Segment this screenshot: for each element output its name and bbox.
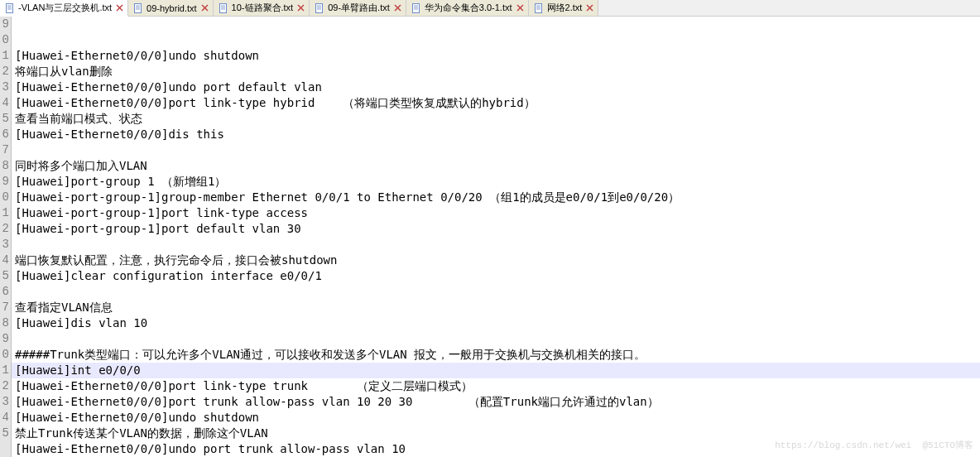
line-number: 2 — [0, 378, 9, 394]
code-line[interactable]: [Huawei-port-group-1]group-member Ethern… — [15, 190, 980, 205]
code-line[interactable]: [Huawei-Ethernet0/0/0]undo shutdown — [15, 410, 980, 426]
document-icon — [5, 3, 15, 13]
code-line[interactable] — [15, 142, 980, 158]
code-line[interactable]: 查看当前端口模式、状态 — [15, 111, 980, 127]
document-icon — [219, 3, 228, 13]
code-line[interactable]: [Huawei-Ethernet0/0/0]port link-type hyb… — [15, 95, 980, 111]
svg-rect-18 — [316, 3, 323, 12]
code-line[interactable]: [Huawei-Ethernet0/0/0]undo port trunk al… — [15, 441, 980, 457]
line-number: 4 — [0, 253, 9, 268]
line-number: 6 — [0, 127, 9, 142]
line-number: 7 — [0, 300, 9, 315]
line-number: 5 — [0, 111, 9, 127]
line-number: 4 — [0, 410, 9, 426]
svg-rect-0 — [7, 3, 13, 12]
close-icon[interactable] — [115, 3, 124, 12]
editor-area: 901234567890123456789012345 [Huawei-Ethe… — [0, 17, 980, 457]
code-line[interactable]: [Huawei-port-group-1]port link-type acce… — [15, 205, 980, 221]
code-line[interactable]: [Huawei]int e0/0/0 — [12, 363, 980, 378]
code-line[interactable]: [Huawei-Ethernet0/0/0]undo shutdown — [15, 48, 980, 64]
code-line[interactable]: [Huawei]port-group 1 （新增组1） — [15, 174, 980, 190]
code-line[interactable]: 查看指定VLAN信息 — [15, 300, 980, 315]
code-line[interactable]: 同时将多个端口加入VLAN — [15, 158, 980, 174]
code-line[interactable]: [Huawei-Ethernet0/0/0]port trunk allow-p… — [15, 394, 980, 410]
line-number: 2 — [0, 64, 9, 79]
file-tab[interactable]: -VLAN与三层交换机.txt — [0, 0, 128, 17]
document-icon — [315, 3, 324, 13]
code-line[interactable]: [Huawei-Ethernet0/0/0]port link-type tru… — [15, 378, 980, 394]
file-tab[interactable]: 网络2.txt — [529, 0, 599, 16]
svg-rect-30 — [535, 3, 541, 12]
close-icon[interactable] — [200, 3, 209, 12]
line-number: 8 — [0, 158, 9, 174]
line-number: 1 — [0, 363, 9, 378]
svg-rect-24 — [412, 3, 419, 12]
code-line[interactable]: [Huawei-Ethernet0/0/0]dis this — [15, 127, 980, 142]
line-number: 0 — [0, 32, 9, 48]
code-line[interactable] — [15, 284, 980, 300]
code-line[interactable]: #####Trunk类型端口：可以允许多个VLAN通过，可以接收和发送多个VLA… — [15, 347, 980, 363]
code-line[interactable]: 端口恢复默认配置，注意，执行完命令后，接口会被shutdown — [15, 253, 980, 268]
close-icon[interactable] — [296, 3, 305, 12]
tab-label: 09-单臂路由.txt — [328, 2, 390, 14]
document-icon — [534, 3, 544, 13]
code-line[interactable]: [Huawei-port-group-1]port default vlan 3… — [15, 221, 980, 237]
line-number: 3 — [0, 79, 9, 95]
file-tab[interactable]: 09-hybrid.txt — [128, 0, 214, 16]
line-number: 0 — [0, 190, 9, 205]
line-number: 0 — [0, 347, 9, 363]
line-number: 9 — [0, 331, 9, 347]
line-number: 6 — [0, 284, 9, 300]
line-number: 3 — [0, 237, 9, 253]
svg-rect-6 — [135, 3, 142, 12]
code-line[interactable] — [15, 331, 980, 347]
document-icon — [133, 3, 143, 13]
svg-rect-12 — [219, 3, 226, 12]
line-number-gutter: 901234567890123456789012345 — [0, 17, 12, 457]
tab-label: 10-链路聚合.txt — [232, 2, 294, 14]
line-number: 1 — [0, 205, 9, 221]
code-line[interactable]: [Huawei]clear configuration interface e0… — [15, 268, 980, 284]
line-number: 4 — [0, 95, 9, 111]
document-icon — [411, 3, 421, 13]
code-line[interactable] — [15, 237, 980, 253]
code-line[interactable]: [Huawei-Ethernet0/0/0]undo port default … — [15, 79, 980, 95]
close-icon[interactable] — [393, 3, 402, 12]
file-tab[interactable]: 09-单臂路由.txt — [310, 0, 406, 16]
line-number: 3 — [0, 394, 9, 410]
code-line[interactable]: 禁止Trunk传送某个VLAN的数据，删除这个VLAN — [15, 426, 980, 441]
tab-bar: -VLAN与三层交换机.txt09-hybrid.txt10-链路聚合.txt0… — [0, 0, 980, 17]
file-tab[interactable]: 华为命令集合3.0-1.txt — [406, 0, 529, 16]
tab-label: 网络2.txt — [547, 2, 583, 14]
code-line[interactable]: 将端口从vlan删除 — [15, 64, 980, 79]
code-line[interactable]: [Huawei]dis vlan 10 — [15, 315, 980, 331]
line-number: 8 — [0, 315, 9, 331]
close-icon[interactable] — [516, 3, 525, 12]
line-number: 5 — [0, 268, 9, 284]
line-number: 7 — [0, 142, 9, 158]
line-number: 2 — [0, 221, 9, 237]
tab-label: 华为命令集合3.0-1.txt — [425, 2, 512, 14]
line-number: 9 — [0, 174, 9, 190]
line-number: 1 — [0, 48, 9, 64]
file-tab[interactable]: 10-链路聚合.txt — [214, 0, 310, 16]
line-number: 9 — [0, 17, 9, 32]
tab-label: 09-hybrid.txt — [147, 3, 197, 13]
code-content[interactable]: [Huawei-Ethernet0/0/0]undo shutdown将端口从v… — [12, 17, 980, 457]
close-icon[interactable] — [585, 3, 594, 12]
line-number: 5 — [0, 426, 9, 441]
tab-label: -VLAN与三层交换机.txt — [18, 2, 112, 14]
